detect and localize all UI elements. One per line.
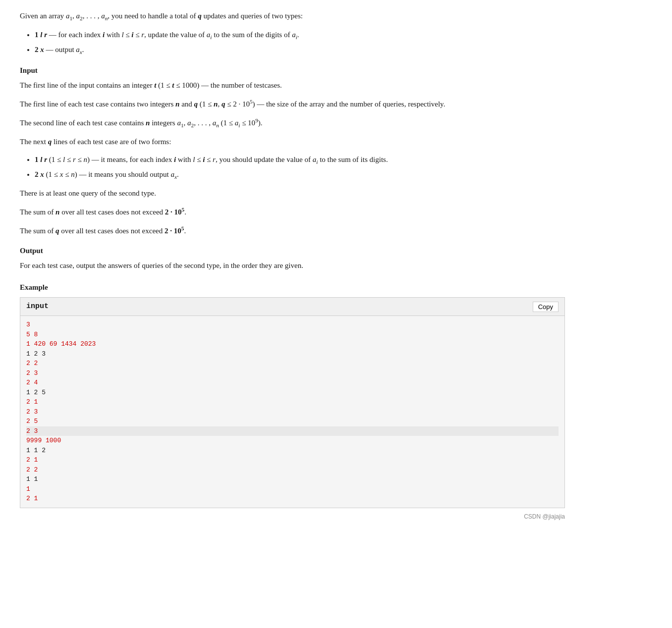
operation-list: 1 l r — for each index i with l ≤ i ≤ r,… [35, 29, 565, 56]
example-title: Example [20, 281, 565, 293]
code-line: 2 4 [26, 378, 559, 388]
input-para-1: The first line of the input contains an … [20, 79, 565, 91]
code-line: 3 [26, 320, 559, 330]
code-line: 2 3 [26, 368, 559, 378]
watermark: CSDN @jiajajia [20, 512, 565, 522]
code-line: 2 1 [26, 494, 559, 504]
input-para-4: The next q lines of each test case are o… [20, 136, 565, 148]
operation-item-2: 2 x — output ax. [35, 44, 565, 56]
q-operation-list: 1 l r (1 ≤ l ≤ r ≤ n) — it means, for ea… [35, 154, 565, 181]
input-title: Input [20, 64, 565, 76]
example-section: Example input Copy 3 5 8 1 420 69 1434 2… [20, 281, 565, 522]
extra-para-2: The sum of n over all test cases does no… [20, 205, 565, 218]
code-line: 5 8 [26, 330, 559, 340]
output-title: Output [20, 245, 565, 257]
copy-button[interactable]: Copy [533, 302, 559, 312]
code-block-body: 3 5 8 1 420 69 1434 2023 1 2 3 2 2 2 3 2… [20, 316, 564, 508]
code-line: 1 2 3 [26, 349, 559, 359]
extra-para-3: The sum of q over all test cases does no… [20, 224, 565, 237]
intro-text: Given an array a1, a2, . . . , an, you n… [20, 10, 565, 23]
q-operation-2: 2 x (1 ≤ x ≤ n) — it means you should ou… [35, 168, 565, 181]
code-line: 2 2 [26, 465, 559, 475]
code-line: 1 [26, 484, 559, 494]
code-line: 2 2 [26, 359, 559, 368]
code-line: 2 1 [26, 455, 559, 465]
input-label: input [26, 301, 49, 313]
code-line: 1 1 2 [26, 446, 559, 456]
problem-container: Given an array a1, a2, . . . , an, you n… [20, 10, 565, 522]
input-para-3: The second line of each test case contai… [20, 116, 565, 130]
code-line: 1 2 5 [26, 388, 559, 398]
code-block-header: input Copy [20, 298, 564, 316]
code-line: 2 3 [26, 426, 559, 436]
code-line: 2 5 [26, 417, 559, 426]
code-line: 9999 1000 [26, 436, 559, 446]
extra-para-1: There is at least one query of the secon… [20, 187, 565, 199]
output-text: For each test case, output the answers o… [20, 260, 565, 271]
input-para-2: The first line of each test case contain… [20, 97, 565, 110]
code-line: 2 1 [26, 397, 559, 407]
code-line: 2 3 [26, 407, 559, 417]
input-code-block: input Copy 3 5 8 1 420 69 1434 2023 1 2 … [20, 297, 565, 508]
code-line: 1 1 [26, 474, 559, 484]
code-line: 1 420 69 1434 2023 [26, 339, 559, 349]
q-operation-1: 1 l r (1 ≤ l ≤ r ≤ n) — it means, for ea… [35, 154, 565, 166]
operation-item-1: 1 l r — for each index i with l ≤ i ≤ r,… [35, 29, 565, 42]
